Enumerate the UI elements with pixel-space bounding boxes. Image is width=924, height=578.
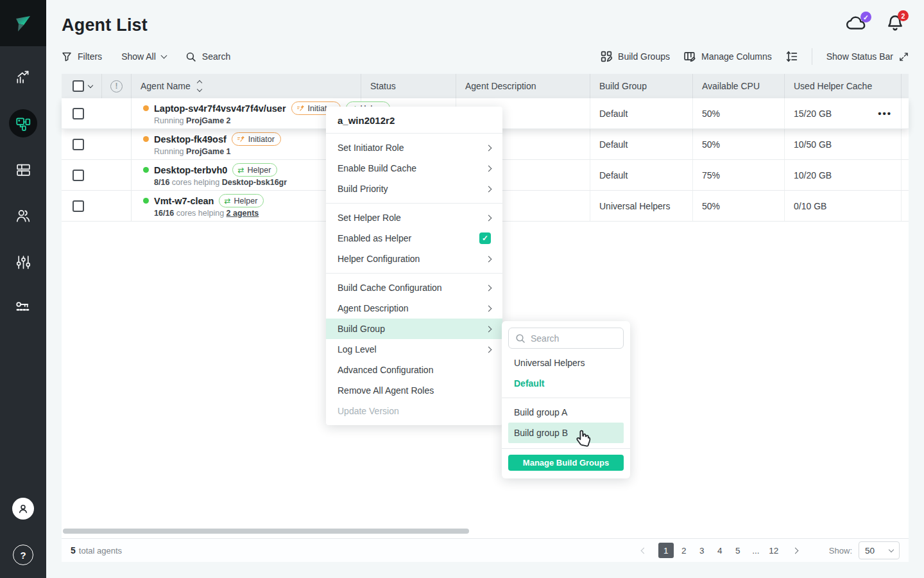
chevron-right-icon	[486, 285, 492, 291]
page-size-select[interactable]: 50	[859, 541, 900, 559]
build-group-value: Default	[599, 170, 628, 180]
column-label: Agent Name	[141, 81, 191, 91]
column-header-build-group[interactable]: Build Group	[590, 74, 693, 98]
show-all-dropdown[interactable]: Show All	[121, 51, 166, 62]
page-button-4[interactable]: 4	[712, 543, 728, 558]
row-height-button[interactable]	[786, 51, 798, 62]
row-actions-button[interactable]: •••	[878, 109, 892, 118]
context-menu-title: a_win2012r2	[326, 107, 502, 133]
menu-item-enabled-as-helper[interactable]: Enabled as Helper ✓	[326, 228, 502, 249]
key-icon	[15, 299, 32, 316]
build-group-value: Default	[599, 109, 628, 119]
sidebar-item-users[interactable]	[9, 202, 37, 230]
build-groups-button[interactable]: Build Groups	[601, 51, 670, 62]
filters-button[interactable]: Filters	[62, 51, 102, 62]
menu-item-log-level[interactable]: Log Level	[326, 339, 502, 360]
row-checkbox[interactable]	[73, 200, 84, 212]
sidebar-item-settings[interactable]	[9, 248, 37, 276]
menu-item-remove-all-agent-roles[interactable]: Remove All Agent Roles	[326, 380, 502, 401]
column-header-agent-name[interactable]: Agent Name	[132, 74, 361, 98]
menu-item-helper-configuration[interactable]: Helper Configuration	[326, 249, 502, 269]
search-input[interactable]	[531, 333, 601, 344]
show-status-bar-button[interactable]: Show Status Bar	[826, 51, 909, 62]
manage-build-groups-button[interactable]: Manage Build Groups	[508, 455, 624, 471]
incredibuild-logo[interactable]	[0, 0, 46, 46]
sidebar-item-dashboard[interactable]	[9, 63, 37, 91]
menu-item-advanced-configuration[interactable]: Advanced Configuration	[326, 360, 502, 380]
pin-icon	[296, 104, 305, 112]
sidebar-item-license[interactable]	[9, 293, 37, 321]
total-agents-label: total agents	[79, 546, 122, 556]
checked-checkbox[interactable]: ✓	[479, 232, 491, 244]
notifications-button[interactable]: 2	[887, 14, 903, 35]
page-button-5[interactable]: 5	[730, 543, 746, 558]
cloud-status-button[interactable]: ✓	[846, 15, 868, 34]
column-label: Used Helper Cache	[794, 81, 872, 91]
pagination: 1 2 3 4 5 ... 12	[637, 543, 803, 558]
agent-subtext: 8/16 cores helping Desktop-bsk16gr	[143, 178, 287, 187]
cpu-value: 75%	[702, 170, 720, 180]
chevron-down-icon[interactable]	[88, 82, 93, 87]
submenu-item-build-group-a[interactable]: Build group A	[508, 402, 624, 423]
column-label: Build Group	[599, 81, 647, 91]
cloud-check-badge: ✓	[860, 12, 871, 22]
cache-value: 0/10 GB	[794, 201, 826, 211]
sidebar-item-builds[interactable]	[9, 155, 37, 184]
row-checkbox[interactable]	[73, 139, 84, 150]
select-all-header[interactable]	[62, 74, 102, 98]
menu-item-set-initiator-role[interactable]: Set Initiator Role	[326, 137, 502, 158]
horizontal-scrollbar[interactable]	[63, 529, 469, 534]
page-button-3[interactable]: 3	[694, 543, 710, 558]
submenu-item-build-group-b[interactable]: Build group B	[508, 423, 624, 443]
agent-subtext: Running ProjGame 1	[143, 147, 231, 156]
agent-subtext: Running ProjGame 2	[143, 116, 231, 125]
next-page-button[interactable]	[788, 543, 803, 558]
page-button-1[interactable]: 1	[658, 543, 674, 558]
help-button[interactable]: ?	[13, 545, 33, 565]
manage-columns-icon	[684, 51, 696, 62]
column-header-cache[interactable]: Used Helper Cache	[785, 74, 902, 98]
agent-context-menu: a_win2012r2 Set Initiator Role Enable Bu…	[326, 107, 502, 425]
chevron-right-icon	[486, 305, 492, 311]
page-title: Agent List	[62, 15, 148, 35]
agent-name: Desktop-fk49osf	[154, 134, 227, 144]
menu-item-enable-build-cache[interactable]: Enable Build Cache	[326, 158, 502, 179]
toolbar-divider	[812, 48, 812, 65]
agent-name: Vmt-w7-clean	[154, 196, 214, 206]
analytics-icon	[15, 69, 31, 85]
menu-item-set-helper-role[interactable]: Set Helper Role	[326, 207, 502, 228]
main-area: Agent List ✓ 2 Filters Show	[46, 0, 924, 578]
pin-icon	[237, 135, 245, 143]
helping-agents-link[interactable]: 2 agents	[227, 209, 259, 218]
column-header-cpu[interactable]: Available CPU	[693, 74, 785, 98]
submenu-item-default-selected[interactable]: Default	[508, 373, 624, 394]
status-dot	[143, 198, 149, 204]
user-avatar[interactable]	[12, 498, 34, 520]
menu-item-build-cache-configuration[interactable]: Build Cache Configuration	[326, 277, 502, 298]
chevron-right-icon	[486, 346, 492, 353]
sidebar-item-agents[interactable]	[9, 109, 37, 137]
page-button-2[interactable]: 2	[676, 543, 692, 558]
row-checkbox[interactable]	[73, 108, 84, 119]
menu-item-build-priority[interactable]: Build Priority	[326, 179, 502, 199]
menu-item-build-group[interactable]: Build Group	[326, 319, 502, 339]
helper-badge: ⇄ Helper	[219, 194, 264, 207]
menu-item-agent-description[interactable]: Agent Description	[326, 298, 502, 319]
build-group-value: Universal Helpers	[599, 201, 670, 211]
select-all-checkbox[interactable]	[73, 80, 84, 92]
filter-icon	[62, 51, 72, 62]
column-header-status[interactable]: Status	[361, 74, 456, 98]
page-button-12[interactable]: 12	[766, 543, 782, 558]
manage-columns-button[interactable]: Manage Columns	[684, 51, 772, 62]
submenu-search[interactable]	[508, 328, 624, 349]
row-checkbox[interactable]	[73, 170, 84, 181]
notification-count-badge: 2	[898, 10, 909, 21]
agent-subtext: 16/16 cores helping 2 agents	[143, 209, 259, 218]
search-button[interactable]: Search	[185, 51, 230, 62]
column-header-description[interactable]: Agent Description	[456, 74, 590, 98]
search-icon	[515, 333, 526, 344]
chevron-down-icon	[889, 547, 894, 552]
build-group-submenu: Universal Helpers Default Build group A …	[502, 321, 630, 478]
total-agents-count: 5	[71, 545, 76, 556]
submenu-item-universal-helpers[interactable]: Universal Helpers	[508, 353, 624, 373]
